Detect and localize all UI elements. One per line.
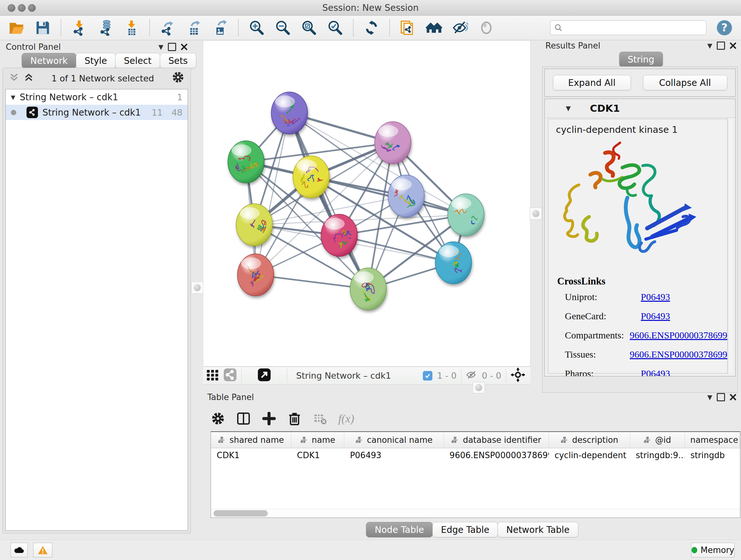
- birdseye-view-icon[interactable]: [258, 368, 271, 383]
- results-panel-collapse-icon[interactable]: ▼: [708, 42, 712, 50]
- table-options-gear-icon[interactable]: [211, 411, 225, 426]
- crosslink-link[interactable]: P06493: [641, 292, 670, 302]
- tab-string[interactable]: String: [619, 52, 663, 67]
- tab-network[interactable]: Network: [22, 53, 76, 68]
- column-header-shared-name[interactable]: shared name: [211, 432, 291, 448]
- refresh-icon[interactable]: [363, 19, 380, 36]
- tab-node-table[interactable]: Node Table: [366, 522, 432, 537]
- table-row[interactable]: CDK1CDK1P064939606.ENSP00000378699cyclin…: [211, 448, 740, 462]
- table-cell[interactable]: cyclin-dependent ...: [549, 448, 630, 462]
- column-header-database-identifier[interactable]: database identifier: [444, 432, 549, 448]
- import-network-icon[interactable]: [71, 19, 87, 36]
- network-options-gear-icon[interactable]: [172, 71, 184, 85]
- crosslink-link[interactable]: 9606.ENSP00000378699: [630, 349, 727, 360]
- save-session-icon[interactable]: [35, 19, 51, 36]
- search-input[interactable]: [565, 23, 702, 33]
- table-cell[interactable]: CDK1: [211, 448, 291, 462]
- network-node-RB1[interactable]: RB1: [448, 194, 485, 236]
- cloud-button[interactable]: [10, 543, 28, 557]
- horizontal-splitter[interactable]: [203, 385, 530, 390]
- zoom-fit-icon[interactable]: [300, 19, 317, 36]
- network-node-CCNA1[interactable]: CCNA1: [375, 122, 411, 164]
- open-session-icon[interactable]: [8, 19, 25, 36]
- zoom-selected-icon[interactable]: [327, 19, 343, 36]
- table-cell[interactable]: P06493: [344, 448, 444, 462]
- zoom-out-icon[interactable]: [274, 19, 291, 36]
- left-splitter-handle[interactable]: [191, 282, 203, 294]
- export-table-icon[interactable]: [186, 19, 202, 36]
- delete-table-icon[interactable]: [313, 411, 327, 426]
- network-node-CDC6[interactable]: CDC6: [388, 175, 424, 217]
- column-header-canonical-name[interactable]: canonical name: [344, 432, 444, 448]
- table-horizontal-scrollbar[interactable]: [211, 509, 740, 517]
- table-hscrollbar-thumb[interactable]: [213, 510, 268, 516]
- results-panel-float-icon[interactable]: [717, 42, 725, 50]
- right-splitter[interactable]: [530, 40, 541, 390]
- control-panel-float-icon[interactable]: [168, 43, 176, 51]
- delete-column-icon[interactable]: [287, 411, 302, 426]
- results-vertical-scrollbar[interactable]: [728, 119, 733, 374]
- control-panel-collapse-icon[interactable]: ▼: [158, 43, 163, 51]
- collapse-all-button[interactable]: Collapse All: [643, 75, 727, 90]
- network-node-CDC25B[interactable]: CDC25B: [228, 141, 264, 183]
- global-search-field[interactable]: [550, 20, 706, 35]
- tab-edge-table[interactable]: Edge Table: [432, 522, 498, 537]
- expand-all-networks-icon[interactable]: [24, 72, 33, 84]
- column-header-namespace[interactable]: namespace: [684, 432, 740, 448]
- column-header--id[interactable]: @id: [630, 432, 684, 448]
- expand-all-button[interactable]: Expand All: [553, 75, 631, 90]
- crosslink-link[interactable]: P06493: [641, 368, 670, 376]
- function-builder-icon[interactable]: f(x): [338, 412, 354, 425]
- hide-panel-eye-icon[interactable]: [452, 19, 468, 36]
- network-row[interactable]: String Network – cdk1 11 48: [6, 105, 188, 120]
- tab-style[interactable]: Style: [76, 53, 116, 68]
- right-splitter-handle[interactable]: [530, 207, 542, 220]
- table-panel-collapse-icon[interactable]: ▼: [708, 393, 712, 401]
- table-cell[interactable]: 9606.ENSP00000378699: [444, 448, 549, 462]
- network-edge-CCNB2-HIST1H1A[interactable]: [256, 113, 289, 275]
- tab-network-table[interactable]: Network Table: [497, 522, 578, 537]
- table-panel-float-icon[interactable]: [717, 393, 725, 401]
- help-icon[interactable]: ?: [716, 19, 733, 36]
- network-node-CCNA2[interactable]: CCNA2: [321, 214, 357, 256]
- network-canvas[interactable]: CCNB2CCNA1CDC25BCDK1CDC6RB1CCNB1CCNA2CDK…: [203, 40, 530, 367]
- export-image-icon[interactable]: [212, 19, 228, 36]
- table-cell[interactable]: stringdb:9...: [630, 448, 684, 462]
- network-node-HIST1H1A[interactable]: HIST1H1A: [238, 254, 274, 296]
- fit-selected-crosshair-icon[interactable]: [511, 368, 525, 384]
- create-column-icon[interactable]: [262, 411, 276, 426]
- import-database-icon[interactable]: [97, 19, 114, 36]
- network-node-CDK1[interactable]: CDK1: [293, 156, 329, 198]
- network-node-CCNE1[interactable]: CCNE1: [350, 268, 387, 310]
- collapse-all-networks-icon[interactable]: [9, 72, 19, 84]
- collection-disclosure-icon[interactable]: ▼: [11, 94, 15, 101]
- crosslink-link[interactable]: P06493: [641, 311, 670, 321]
- gene-disclosure-icon[interactable]: ▼: [566, 105, 570, 112]
- network-edge-CCNB2-CCNE1[interactable]: [289, 113, 368, 289]
- left-splitter[interactable]: [191, 40, 203, 540]
- network-node-CCNB2[interactable]: CCNB2: [271, 92, 308, 134]
- column-header-description[interactable]: description: [549, 432, 630, 448]
- show-panel-eye-icon[interactable]: [478, 19, 495, 36]
- table-cell[interactable]: stringdb: [684, 448, 740, 462]
- network-collection-row[interactable]: ▼ String Network – cdk1 1: [6, 89, 188, 105]
- homes-icon[interactable]: [426, 19, 442, 36]
- control-panel-close-icon[interactable]: [181, 44, 188, 51]
- export-network-icon[interactable]: [159, 19, 176, 36]
- zoom-in-icon[interactable]: [248, 19, 265, 36]
- crosslink-link[interactable]: 9606.ENSP00000378699: [630, 330, 727, 341]
- show-columns-icon[interactable]: [236, 411, 251, 426]
- results-panel-close-icon[interactable]: [730, 42, 737, 49]
- table-panel-close-icon[interactable]: [730, 394, 737, 401]
- tab-select[interactable]: Select: [115, 53, 160, 68]
- grid-view-icon[interactable]: [206, 368, 219, 383]
- network-node-CDKN1A[interactable]: CDKN1A: [435, 242, 472, 284]
- warning-button[interactable]: [33, 543, 52, 557]
- table-cell[interactable]: CDK1: [291, 448, 344, 462]
- memory-button[interactable]: Memory: [691, 543, 735, 557]
- gene-section-header[interactable]: ▼ CDK1: [545, 99, 735, 118]
- column-header-name[interactable]: name: [291, 432, 344, 448]
- string-view-icon[interactable]: [223, 368, 237, 383]
- selected-nodes-checkbox[interactable]: [423, 371, 432, 381]
- share-document-icon[interactable]: [400, 19, 416, 36]
